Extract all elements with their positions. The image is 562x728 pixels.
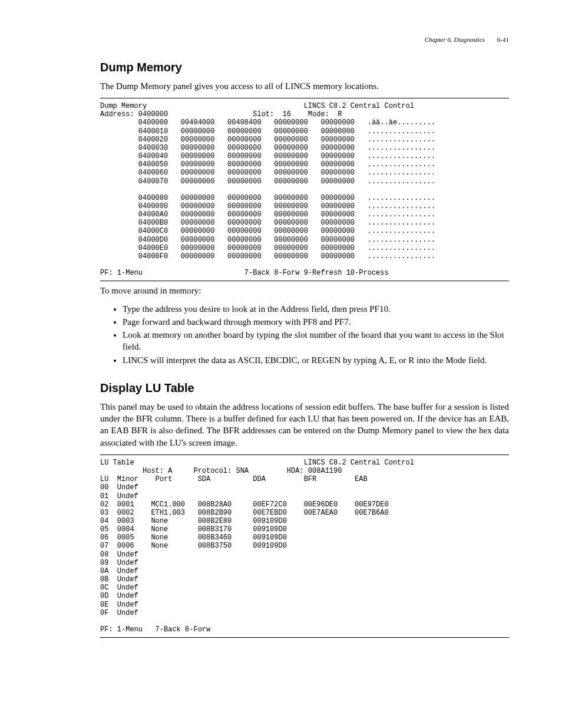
page-header: Chapter 6. Diagnostics 6-41 — [100, 35, 509, 44]
lu-table-heading: Display LU Table — [100, 380, 509, 396]
lu-table-panel: LU Table LINCS C8.2 Central Control Host… — [100, 454, 509, 638]
chapter-label: Chapter 6. Diagnostics — [425, 36, 485, 43]
dump-memory-panel: Dump Memory LINCS C8.2 Central Control A… — [100, 98, 509, 281]
dump-memory-heading: Dump Memory — [100, 60, 509, 75]
lu-table-intro: This panel may be used to obtain the add… — [100, 401, 509, 449]
list-item: LINCS will interpret the data as ASCII, … — [123, 354, 509, 366]
move-intro: To move around in memory: — [100, 285, 509, 297]
list-item: Look at memory on another board by typin… — [123, 329, 509, 353]
list-item: Type the address you desire to look at i… — [123, 303, 509, 315]
move-bullets: Type the address you desire to look at i… — [112, 303, 509, 366]
dump-memory-intro: The Dump Memory panel gives you access t… — [100, 80, 509, 92]
list-item: Page forward and backward through memory… — [123, 316, 509, 328]
page-number: 6-41 — [497, 36, 509, 43]
